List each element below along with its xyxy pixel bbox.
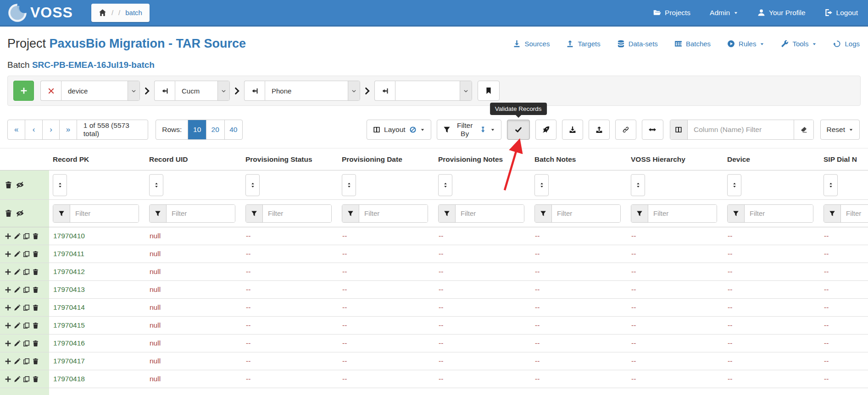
empty-select[interactable] [395, 81, 472, 101]
first-page-button[interactable]: « [8, 120, 25, 139]
row-add-icon[interactable] [5, 251, 11, 258]
batch-name[interactable]: SRC-PB-EMEA-16Jul19-batch [32, 60, 155, 70]
filter-input-record-uid[interactable] [167, 205, 235, 222]
record-pk[interactable]: 17970413 [49, 285, 145, 294]
add-filter-button[interactable] [13, 81, 34, 101]
row-add-icon[interactable] [5, 233, 11, 240]
row-edit-icon[interactable] [14, 269, 21, 275]
link-button[interactable] [615, 120, 636, 140]
column-filter-input[interactable] [688, 120, 794, 139]
row-add-icon[interactable] [5, 269, 11, 275]
sort-toggle-batch-notes[interactable] [534, 174, 549, 196]
record-pk[interactable]: 17970410 [49, 232, 145, 240]
sort-toggle-record-pk[interactable] [53, 174, 67, 196]
device-type-select[interactable]: device [61, 81, 140, 101]
bulk-hide-icon[interactable] [16, 181, 24, 189]
row-copy-icon[interactable] [23, 376, 30, 383]
row-copy-icon[interactable] [23, 340, 30, 347]
filter-input-sip-dial-n[interactable] [841, 205, 868, 222]
project-nav-logs[interactable]: Logs [833, 40, 860, 48]
sort-toggle-provisioning-notes[interactable] [438, 174, 452, 196]
row-add-icon[interactable] [5, 322, 11, 329]
row-edit-icon[interactable] [14, 322, 21, 329]
row-copy-icon[interactable] [23, 286, 30, 293]
record-pk[interactable]: 17970414 [49, 303, 145, 312]
filter-input-provisioning-notes[interactable] [456, 205, 524, 222]
bulk-delete-icon[interactable] [5, 209, 12, 217]
project-nav-batches[interactable]: Batches [674, 40, 711, 48]
sort-toggle-sip-dial-n[interactable] [823, 174, 838, 196]
row-copy-icon[interactable] [23, 304, 30, 311]
jump-to-level-button[interactable] [244, 81, 265, 101]
navbar-link-projects[interactable]: Projects [653, 9, 690, 17]
row-delete-icon[interactable] [32, 286, 39, 293]
cucm-select[interactable]: Cucm [175, 81, 230, 101]
reset-button[interactable]: Reset [820, 120, 860, 140]
row-copy-icon[interactable] [23, 251, 30, 258]
row-add-icon[interactable] [5, 376, 11, 383]
project-nav-data-sets[interactable]: Data-sets [617, 40, 658, 48]
row-copy-icon[interactable] [23, 269, 30, 275]
prev-page-button[interactable]: ‹ [25, 120, 42, 139]
last-page-button[interactable]: » [59, 120, 76, 139]
filter-by-button[interactable]: Filter By [437, 120, 501, 140]
record-pk[interactable]: 17970416 [49, 339, 145, 347]
jump-to-level-button[interactable] [154, 81, 175, 101]
record-pk[interactable]: 17970412 [49, 268, 145, 276]
export-download-button[interactable] [562, 120, 583, 140]
row-delete-icon[interactable] [32, 340, 39, 347]
bulk-hide-icon[interactable] [16, 209, 24, 217]
record-pk[interactable]: 17970411 [49, 250, 145, 258]
row-add-icon[interactable] [5, 358, 11, 365]
next-page-button[interactable]: › [42, 120, 59, 139]
row-delete-icon[interactable] [32, 269, 39, 275]
project-nav-tools[interactable]: Tools [781, 40, 817, 48]
row-edit-icon[interactable] [14, 251, 21, 258]
project-nav-rules[interactable]: Rules [727, 40, 764, 48]
row-edit-icon[interactable] [14, 304, 21, 311]
bulk-delete-icon[interactable] [5, 181, 12, 189]
row-delete-icon[interactable] [32, 358, 39, 365]
filter-input-batch-notes[interactable] [552, 205, 620, 222]
jump-to-level-button[interactable] [374, 81, 395, 101]
row-edit-icon[interactable] [14, 376, 21, 383]
resize-columns-button[interactable] [642, 120, 663, 140]
project-nav-targets[interactable]: Targets [566, 40, 600, 48]
project-nav-sources[interactable]: Sources [513, 40, 550, 48]
filter-input-voss-hierarchy[interactable] [648, 205, 717, 222]
layout-button[interactable]: Layout [367, 120, 431, 140]
filter-input-provisioning-status[interactable] [263, 205, 331, 222]
row-delete-icon[interactable] [32, 322, 39, 329]
sort-toggle-voss-hierarchy[interactable] [631, 174, 645, 196]
filter-input-record-pk[interactable] [70, 205, 139, 222]
bookmark-button[interactable] [478, 81, 500, 101]
record-pk[interactable]: 17970415 [49, 321, 145, 329]
row-edit-icon[interactable] [14, 340, 21, 347]
navbar-link-admin[interactable]: Admin [710, 9, 738, 17]
row-edit-icon[interactable] [14, 358, 21, 365]
rows-option-10[interactable]: 10 [188, 120, 206, 139]
sort-toggle-provisioning-date[interactable] [342, 174, 356, 196]
provision-button[interactable] [535, 120, 556, 140]
sort-toggle-device[interactable] [727, 174, 741, 196]
breadcrumb-current[interactable]: batch [125, 9, 142, 16]
row-add-icon[interactable] [5, 304, 11, 311]
filter-input-provisioning-date[interactable] [359, 205, 428, 222]
filter-input-device[interactable] [745, 205, 813, 222]
home-icon[interactable] [99, 9, 106, 16]
row-add-icon[interactable] [5, 340, 11, 347]
phone-select[interactable]: Phone [265, 81, 360, 101]
row-copy-icon[interactable] [23, 233, 30, 240]
rows-option-20[interactable]: 20 [206, 120, 224, 139]
row-add-icon[interactable] [5, 286, 11, 293]
navbar-link-your-profile[interactable]: Your Profile [757, 9, 806, 17]
row-copy-icon[interactable] [23, 322, 30, 329]
row-copy-icon[interactable] [23, 358, 30, 365]
navbar-link-logout[interactable]: Logout [825, 9, 858, 17]
import-upload-button[interactable] [589, 120, 610, 140]
row-delete-icon[interactable] [32, 233, 39, 240]
record-pk[interactable]: 17970418 [49, 375, 145, 383]
row-edit-icon[interactable] [14, 233, 21, 240]
remove-filter-button[interactable] [40, 81, 61, 101]
row-delete-icon[interactable] [32, 251, 39, 258]
